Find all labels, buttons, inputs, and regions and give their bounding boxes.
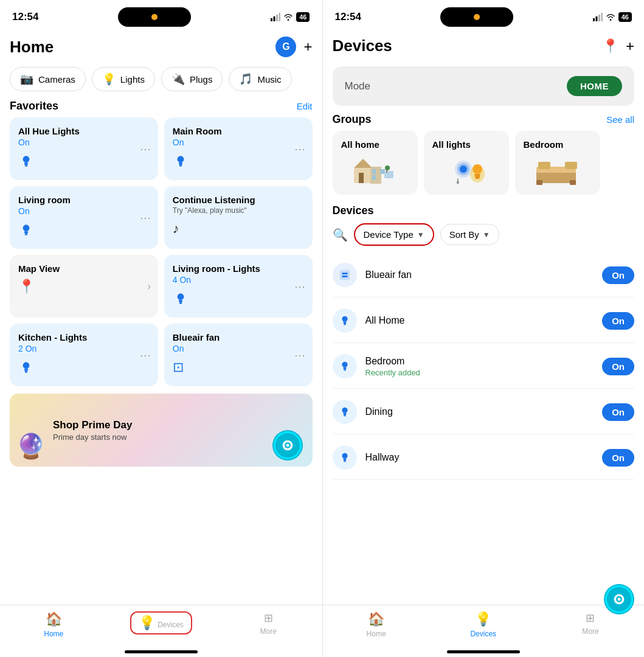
- fav-card-map-view[interactable]: Map View 📍 ›: [10, 255, 158, 318]
- left-phone-screen: 12:54 46 Home G + �: [0, 0, 322, 657]
- left-avatar[interactable]: G: [275, 36, 296, 57]
- device-row-hallway[interactable]: Hallway On: [333, 436, 635, 480]
- blueair-on-badge[interactable]: On: [602, 266, 634, 284]
- svg-rect-7: [179, 165, 182, 167]
- mode-bar: Mode HOME: [333, 66, 635, 106]
- device-row-dining[interactable]: Dining On: [333, 390, 635, 434]
- svg-point-6: [177, 156, 184, 162]
- group-card-all-home[interactable]: All home: [333, 131, 418, 195]
- device-type-filter[interactable]: Device Type ▼: [354, 223, 434, 246]
- svg-point-46: [342, 362, 347, 367]
- group-card-bedroom-img: [524, 156, 592, 186]
- fav-card-all-hue-title: All Hue Lights: [18, 126, 150, 136]
- right-add-button[interactable]: +: [626, 38, 634, 55]
- category-lights[interactable]: 💡 Lights: [92, 67, 155, 91]
- hallway-on-badge[interactable]: On: [602, 449, 634, 467]
- left-nav-more[interactable]: ⊞ More: [215, 611, 322, 638]
- group-card-all-lights[interactable]: All lights 🌡: [424, 131, 509, 195]
- svg-rect-17: [598, 15, 600, 21]
- left-dynamic-island: [118, 7, 191, 27]
- promo-text: Shop Prime Day Prime day starts now: [53, 419, 303, 442]
- svg-rect-16: [595, 16, 597, 21]
- bedroom-on-badge[interactable]: On: [602, 358, 634, 375]
- favorites-header: Favorites Edit: [0, 97, 322, 117]
- right-nav-home[interactable]: 🏠 Home: [323, 611, 430, 638]
- blueair-device-info: Blueair fan: [365, 269, 603, 280]
- fav-card-kitchen-lights[interactable]: Kitchen - Lights 2 On ⋯: [10, 324, 158, 386]
- left-header-actions: G +: [275, 36, 312, 57]
- fav-card-living-room-lights-title: Living room - Lights: [173, 263, 304, 274]
- fav-card-all-hue-icon: [18, 161, 34, 171]
- fav-card-living-room-more[interactable]: ⋯: [140, 211, 151, 224]
- category-cameras[interactable]: 📷 Cameras: [10, 67, 86, 91]
- fav-card-kitchen-lights-more[interactable]: ⋯: [140, 349, 151, 362]
- favorites-edit-button[interactable]: Edit: [297, 101, 313, 111]
- hallway-device-name: Hallway: [365, 452, 603, 463]
- fav-card-main-room[interactable]: Main Room On ⋯: [164, 117, 313, 180]
- category-music[interactable]: 🎵 Music: [229, 67, 291, 91]
- fav-card-blueair-more[interactable]: ⋯: [294, 349, 305, 362]
- group-card-bedroom[interactable]: Bedroom: [515, 131, 600, 195]
- groups-see-all-button[interactable]: See all: [606, 114, 634, 125]
- right-alexa-fab[interactable]: [604, 584, 634, 614]
- svg-marker-20: [354, 159, 372, 168]
- fav-card-blueair-status: On: [173, 344, 304, 353]
- music-label: Music: [257, 74, 281, 85]
- fav-card-all-hue-more[interactable]: ⋯: [140, 142, 151, 156]
- dining-device-info: Dining: [365, 406, 603, 417]
- fav-card-kitchen-lights-status: 2 On: [18, 344, 150, 353]
- svg-text:🌡: 🌡: [454, 177, 462, 186]
- device-row-blueair[interactable]: Blueair fan On: [333, 253, 635, 297]
- left-nav-devices-highlight: 💡 Devices: [130, 611, 192, 634]
- category-plugs[interactable]: 🔌 Plugs: [161, 67, 223, 91]
- left-battery: 46: [296, 12, 310, 22]
- left-nav-devices[interactable]: 💡 Devices: [108, 611, 215, 638]
- left-nav-home-icon: 🏠: [46, 611, 62, 627]
- fav-card-living-room[interactable]: Living room On ⋯: [10, 186, 158, 249]
- devices-section: Devices 🔍 Device Type ▼ Sort By ▼: [323, 201, 645, 605]
- fav-card-living-room-lights-more[interactable]: ⋯: [294, 280, 305, 293]
- favorites-grid: All Hue Lights On ⋯ Main Room On ⋯ Livin…: [0, 117, 322, 386]
- left-add-button[interactable]: +: [303, 38, 312, 55]
- right-island-dot: [474, 14, 480, 20]
- right-nav-devices[interactable]: 💡 Devices: [430, 611, 537, 638]
- location-icon[interactable]: 📍: [602, 38, 618, 54]
- right-nav-more[interactable]: ⊞ More: [537, 611, 644, 638]
- svg-rect-3: [279, 13, 281, 21]
- group-card-all-home-img: [341, 156, 409, 186]
- hallway-device-icon: [333, 445, 357, 470]
- left-nav-more-label: More: [260, 627, 277, 636]
- device-list: Blueair fan On All Home On: [323, 253, 645, 480]
- groups-header: Groups See all: [323, 111, 645, 131]
- fav-card-living-room-lights-status: 4 On: [173, 275, 304, 285]
- sort-by-filter[interactable]: Sort By ▼: [440, 224, 499, 245]
- device-row-bedroom[interactable]: Bedroom Recently added On: [333, 344, 635, 389]
- left-nav-more-icon: ⊞: [264, 611, 273, 625]
- fav-card-living-room-lights[interactable]: Living room - Lights 4 On ⋯: [164, 255, 313, 318]
- fav-card-continue-listening[interactable]: Continue Listening Try "Alexa, play musi…: [164, 186, 313, 249]
- fav-card-main-room-more[interactable]: ⋯: [294, 142, 305, 156]
- favorites-title: Favorites: [10, 100, 58, 113]
- right-bottom-nav: 🏠 Home 💡 Devices ⊞ More: [323, 605, 645, 650]
- left-nav-home[interactable]: 🏠 Home: [0, 611, 108, 638]
- fav-card-blueair[interactable]: Blueair fan On ⊡ ⋯: [164, 324, 313, 386]
- fav-card-all-hue[interactable]: All Hue Lights On ⋯: [10, 117, 158, 180]
- left-nav-devices-label: Devices: [158, 620, 184, 629]
- mode-home-button[interactable]: HOME: [567, 76, 622, 96]
- devices-header: Devices: [323, 201, 645, 223]
- all-home-on-badge[interactable]: On: [602, 312, 634, 330]
- dining-on-badge[interactable]: On: [602, 403, 634, 421]
- bedroom-device-icon: [333, 354, 357, 378]
- music-icon: 🎵: [239, 72, 252, 86]
- promo-banner[interactable]: 🔮 Shop Prime Day Prime day starts now: [10, 394, 313, 467]
- left-app-title: Home: [10, 38, 54, 57]
- device-row-all-home[interactable]: All Home On: [333, 299, 635, 343]
- promo-alexa-icon: [272, 430, 303, 461]
- svg-point-44: [342, 316, 347, 322]
- fav-card-main-room-icon: [173, 161, 189, 171]
- devices-search-icon[interactable]: 🔍: [333, 228, 348, 242]
- groups-section: Groups See all All home: [323, 111, 645, 201]
- right-signal-icon: [593, 13, 603, 21]
- all-home-device-name: All Home: [365, 315, 603, 326]
- bedroom-device-sub: Recently added: [365, 368, 603, 377]
